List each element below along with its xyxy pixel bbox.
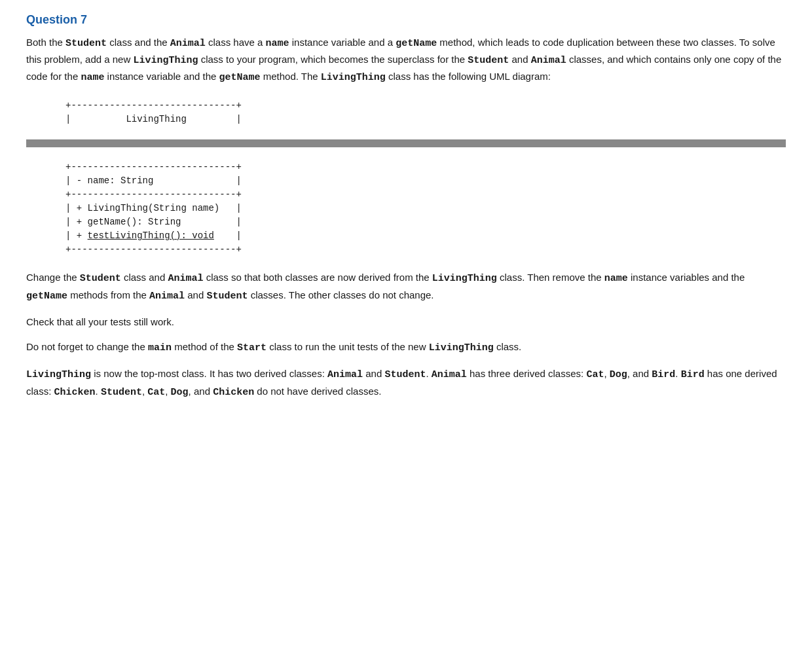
name-bold-2: name [81, 71, 104, 82]
dog-bold-2: Dog [171, 386, 189, 397]
chicken-bold-2: Chicken [213, 386, 254, 397]
livingthing-bold-3: LivingThing [432, 272, 497, 283]
intro-paragraph: Both the Student class and the Animal cl… [26, 35, 786, 86]
cat-bold-1: Cat [586, 368, 604, 379]
dog-bold-1: Dog [610, 368, 627, 379]
uml-top-diagram: +------------------------------+ | Livin… [65, 99, 786, 126]
bird-bold-1: Bird [652, 368, 675, 379]
name-bold-3: name [604, 272, 628, 283]
student-bold-2: Student [468, 54, 509, 65]
bird-bold-2: Bird [681, 368, 705, 379]
livingthing-paragraph: LivingThing is now the top-most class. I… [26, 366, 786, 401]
animal-bold-2: Animal [531, 54, 566, 65]
animal-bold-1: Animal [170, 37, 206, 48]
animal-bold-6: Animal [432, 368, 467, 379]
student-bold-6: Student [101, 386, 142, 397]
livingthing-bold-2: LivingThing [321, 71, 386, 82]
uml-bottom-diagram: +------------------------------+ | - nam… [65, 160, 786, 257]
animal-bold-5: Animal [327, 368, 363, 379]
main-bold: main [148, 341, 172, 352]
main-method-paragraph: Do not forget to change the main method … [26, 339, 786, 357]
name-bold-1: name [266, 37, 289, 48]
check-paragraph: Check that all your tests still work. [26, 314, 786, 331]
livingthing-bold-5: LivingThing [26, 368, 91, 379]
student-bold-1: Student [65, 37, 107, 48]
getname-bold-2: getName [219, 71, 261, 82]
page-container: Question 7 Both the Student class and th… [0, 0, 812, 424]
livingthing-bold-4: LivingThing [429, 341, 494, 352]
getname-bold-1: getName [396, 37, 437, 48]
animal-bold-3: Animal [168, 272, 203, 283]
student-bold-3: Student [80, 272, 121, 283]
getname-bold-3: getName [26, 289, 67, 300]
start-bold: Start [237, 341, 267, 352]
student-bold-5: Student [384, 368, 426, 379]
livingthing-bold-1: LivingThing [133, 54, 198, 65]
question-title: Question 7 [26, 13, 786, 27]
divider-bar [26, 139, 786, 147]
student-bold-4: Student [206, 289, 248, 300]
cat-bold-2: Cat [147, 386, 165, 397]
chicken-bold-1: Chicken [54, 386, 96, 397]
animal-bold-4: Animal [149, 289, 185, 300]
change-paragraph: Change the Student class and Animal clas… [26, 270, 786, 305]
